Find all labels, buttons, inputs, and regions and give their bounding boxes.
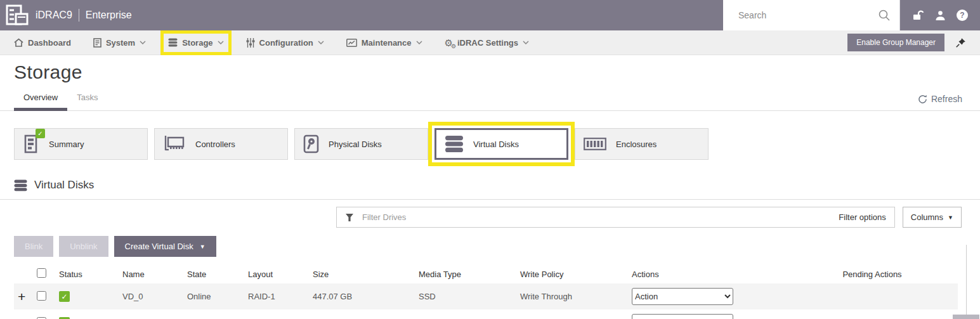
top-bar: iDRAC9 Enterprise ? [0,0,980,30]
column-header-name[interactable]: Name [122,264,187,283]
card-summary[interactable]: ✓ Summary [14,128,148,160]
select-all-checkbox-cell [37,264,59,283]
column-header-pending-actions: Pending Actions [787,264,958,283]
expand-row-icon[interactable]: + [14,289,25,304]
blink-button[interactable]: Blink [14,236,53,257]
vd-media-type: SSD [419,283,520,309]
vd-name: DATA [122,309,187,319]
action-select[interactable]: Action [632,314,733,319]
vd-layout: RAID-1 [248,283,313,309]
column-header-layout[interactable]: Layout [248,264,313,283]
column-header-status[interactable]: Status [59,264,122,283]
filter-row: Filter options Columns ▼ [336,207,962,228]
topbar-icon-group: ? [899,0,980,30]
vd-pending-actions [787,283,958,309]
vd-pending-actions [787,309,958,319]
nav-right-group: Enable Group Manager [847,34,966,51]
chevron-down-icon [218,41,224,44]
filter-options-link[interactable]: Filter options [839,212,885,222]
controllers-icon [163,135,186,153]
nav-item-maintenance[interactable]: Maintenance [346,38,422,48]
search-box[interactable] [723,0,899,30]
table-header-row: Status Name State Layout Size Media Type… [14,264,958,283]
vd-layout: RAID-6 [248,309,313,319]
vd-name: VD_0 [122,283,187,309]
vertical-scrollbar-track [966,245,967,319]
refresh-button[interactable]: Refresh [918,94,962,110]
card-virtual-disks[interactable]: Virtual Disks [434,128,568,160]
column-header-write-policy[interactable]: Write Policy [520,264,632,283]
card-physical-disks[interactable]: Physical Disks [294,128,428,160]
chevron-down-icon [140,41,146,44]
virtual-disks-icon [14,179,27,192]
table-row: + ✓ DATA Online RAID-6 60798.38 GB SSD W… [14,309,958,319]
lock-open-icon[interactable] [912,10,924,21]
search-input[interactable] [737,10,873,21]
vd-size: 60798.38 GB [313,309,419,319]
status-ok-icon: ✓ [36,129,45,138]
filter-drives-input[interactable] [361,212,832,223]
unblink-button[interactable]: Unblink [59,236,108,257]
pin-icon[interactable] [955,37,966,48]
refresh-icon [918,94,927,104]
card-label: Enclosures [616,140,657,149]
card-label: Controllers [195,140,235,149]
vd-write-policy: Write Through [520,283,632,309]
vd-size: 447.07 GB [313,283,419,309]
filter-box[interactable]: Filter options [336,207,895,228]
home-icon [14,38,23,47]
nav-label: Dashboard [28,38,71,48]
nav-item-storage[interactable]: Storage [168,38,223,48]
horizontal-scrollbar-thumb[interactable] [953,315,979,319]
user-icon[interactable] [935,10,946,21]
vd-state: Online [187,283,248,309]
status-ok-icon: ✓ [59,291,70,302]
chevron-down-icon [523,41,529,44]
refresh-label: Refresh [931,94,962,104]
columns-button[interactable]: Columns ▼ [903,207,962,228]
card-label: Physical Disks [329,140,382,149]
nav-item-configuration[interactable]: Configuration [246,38,324,48]
gear-icon: ⚙ ⚙ [445,38,453,48]
help-icon[interactable]: ? [957,10,968,21]
nav-label: Storage [182,38,212,48]
select-all-checkbox[interactable] [37,268,46,278]
column-header-media-type[interactable]: Media Type [419,264,520,283]
column-header-actions: Actions [632,264,787,283]
expand-row-icon[interactable]: + [14,315,25,319]
brand-edition: Enterprise [86,10,132,21]
virtual-disks-icon [445,135,464,153]
nav-label: Maintenance [362,38,412,48]
column-header-expand [14,264,37,283]
brand-name: iDRAC9 [36,10,72,21]
page-title: Storage [14,62,980,83]
section-title: Virtual Disks [34,179,94,192]
vd-toolbar: Blink Unblink Create Virtual Disk ▼ [14,236,980,257]
card-label: Summary [49,140,84,149]
column-header-state[interactable]: State [187,264,248,283]
search-icon[interactable] [878,9,891,22]
nav-item-system[interactable]: System [93,38,146,48]
row-checkbox[interactable] [37,317,46,319]
card-controllers[interactable]: Controllers [154,128,288,160]
create-virtual-disk-button[interactable]: Create Virtual Disk ▼ [114,236,216,257]
system-icon [93,38,101,48]
nav-label: iDRAC Settings [457,38,518,48]
section-divider [0,199,980,200]
nav-item-idrac-settings[interactable]: ⚙ ⚙ iDRAC Settings [445,38,530,48]
storage-icon [168,38,178,47]
card-enclosures[interactable]: Enclosures [575,128,709,160]
tab-tasks[interactable]: Tasks [67,89,107,111]
brand-divider [79,9,79,22]
chevron-down-icon [416,41,422,44]
action-select[interactable]: Action [632,288,733,305]
caret-down-icon: ▼ [200,244,206,250]
vd-state: Online [187,309,248,319]
tab-overview[interactable]: Overview [14,89,67,111]
column-header-size[interactable]: Size [313,264,419,283]
nav-item-dashboard[interactable]: Dashboard [14,38,71,48]
row-checkbox[interactable] [37,291,46,301]
enable-group-manager-button[interactable]: Enable Group Manager [847,34,944,51]
vd-media-type: SSD [419,309,520,319]
main-nav: Dashboard System Storage [0,30,980,55]
